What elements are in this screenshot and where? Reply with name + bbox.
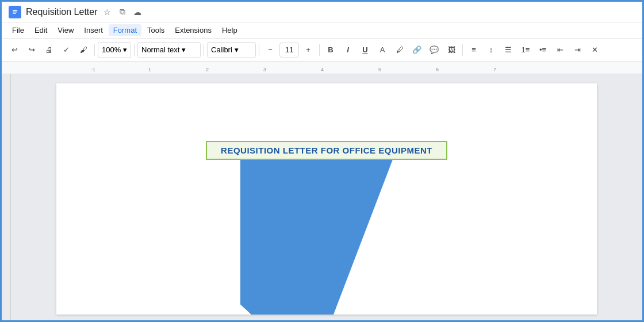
font-size-input[interactable] — [279, 43, 299, 57]
title-icons: ☆ ⧉ ☁ — [102, 7, 143, 17]
font-select[interactable]: Calibri ▾ — [207, 42, 256, 58]
content-area: REQUISITION LETTER FOR OFFICE EQUIPMENT — [2, 74, 642, 322]
numbered-list-button[interactable]: 1≡ — [518, 42, 534, 58]
ruler-mark-6: 5 — [378, 67, 381, 72]
pip-icon[interactable]: ⧉ — [117, 7, 128, 17]
highlight-button[interactable]: 🖊 — [392, 42, 408, 58]
spellcheck-button[interactable]: ✓ — [58, 42, 74, 58]
paint-button[interactable]: 🖌 — [75, 42, 91, 58]
ruler-mark-3: 2 — [206, 67, 209, 72]
italic-button[interactable]: I — [340, 42, 356, 58]
indent-increase-button[interactable]: ⇥ — [569, 42, 585, 58]
link-button[interactable]: 🔗 — [409, 42, 425, 58]
ruler-inner: -1 1 2 3 4 5 6 7 — [45, 62, 642, 74]
bold-button[interactable]: B — [323, 42, 339, 58]
doc-heading: REQUISITION LETTER FOR OFFICE EQUIPMENT — [206, 141, 447, 160]
ruler-mark-1: -1 — [91, 67, 95, 72]
zoom-value: 100% — [102, 45, 121, 54]
ruler-mark-5: 4 — [321, 67, 324, 72]
doc-container[interactable]: REQUISITION LETTER FOR OFFICE EQUIPMENT — [11, 74, 642, 322]
style-select[interactable]: Normal text ▾ — [137, 42, 201, 58]
zoom-select[interactable]: 100% ▾ — [98, 42, 131, 58]
divider-5 — [319, 44, 320, 56]
svg-rect-3 — [13, 13, 16, 13]
font-arrow: ▾ — [235, 45, 239, 54]
app-icon — [9, 6, 21, 18]
divider-1 — [94, 44, 95, 56]
indent-decrease-button[interactable]: ⇤ — [552, 42, 568, 58]
style-value: Normal text — [141, 45, 179, 54]
divider-6 — [462, 44, 463, 56]
menu-help[interactable]: Help — [217, 24, 242, 36]
menu-bar: File Edit View Insert Format Tools Exten… — [2, 22, 642, 39]
divider-4 — [259, 44, 259, 56]
font-size-increase[interactable]: + — [300, 42, 316, 58]
clear-format-button[interactable]: ✕ — [586, 42, 603, 58]
print-button[interactable]: 🖨 — [41, 42, 57, 58]
ruler-mark-8: 7 — [493, 67, 496, 72]
menu-tools[interactable]: Tools — [143, 24, 169, 36]
font-size-decrease[interactable]: − — [262, 42, 278, 58]
font-size-area: − + — [262, 42, 316, 58]
ruler-mark-4: 3 — [263, 67, 266, 72]
redo-button[interactable]: ↪ — [24, 42, 40, 58]
sidebar-left — [2, 74, 11, 322]
zoom-arrow: ▾ — [123, 45, 127, 54]
svg-rect-2 — [13, 12, 17, 12]
svg-rect-1 — [13, 10, 17, 10]
divider-3 — [204, 44, 204, 56]
divider-2 — [134, 44, 135, 56]
undo-button[interactable]: ↩ — [6, 42, 22, 58]
text-color-button[interactable]: A — [374, 42, 390, 58]
image-button[interactable]: 🖼 — [443, 42, 459, 58]
arrow-container — [240, 154, 413, 315]
menu-extensions[interactable]: Extensions — [170, 24, 216, 36]
menu-edit[interactable]: Edit — [30, 24, 52, 36]
star-icon[interactable]: ☆ — [102, 7, 113, 17]
ruler-mark-7: 6 — [436, 67, 439, 72]
menu-file[interactable]: File — [7, 24, 29, 36]
line-spacing-button[interactable]: ↕ — [483, 42, 499, 58]
underline-button[interactable]: U — [357, 42, 373, 58]
doc-page: REQUISITION LETTER FOR OFFICE EQUIPMENT — [56, 83, 597, 315]
style-arrow: ▾ — [182, 45, 186, 54]
toolbar: ↩ ↪ 🖨 ✓ 🖌 100% ▾ Normal text ▾ Calibri ▾… — [2, 39, 642, 62]
menu-format[interactable]: Format — [109, 24, 141, 36]
bullet-list-button[interactable]: •≡ — [535, 42, 551, 58]
checklist-button[interactable]: ☰ — [500, 42, 516, 58]
cloud-icon[interactable]: ☁ — [132, 7, 143, 17]
comment-button[interactable]: 💬 — [426, 42, 442, 58]
align-button[interactable]: ≡ — [466, 42, 482, 58]
ruler: -1 1 2 3 4 5 6 7 — [2, 62, 642, 74]
title-bar: Requisition Letter ☆ ⧉ ☁ — [2, 2, 642, 22]
arrow-svg — [240, 154, 413, 315]
font-value: Calibri — [211, 45, 232, 54]
ruler-mark-2: 1 — [148, 67, 151, 72]
document-title: Requisition Letter — [26, 7, 98, 17]
menu-insert[interactable]: Insert — [79, 24, 108, 36]
menu-view[interactable]: View — [53, 24, 78, 36]
